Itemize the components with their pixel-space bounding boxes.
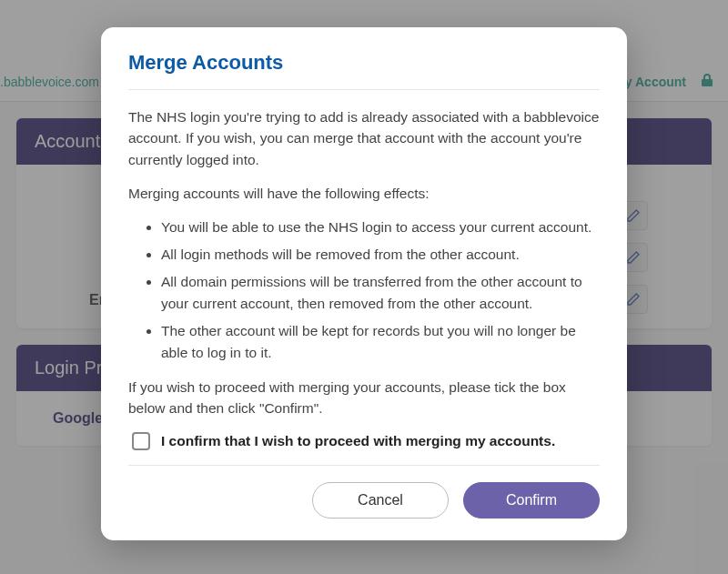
list-item: All login methods will be removed from t… [161, 244, 600, 266]
confirm-button[interactable]: Confirm [463, 482, 600, 519]
list-item: You will be able to use the NHS login to… [161, 217, 600, 238]
modal-intro-text: The NHS login you're trying to add is al… [128, 106, 600, 170]
list-item: The other account will be kept for recor… [161, 320, 600, 364]
confirm-checkbox-row: I confirm that I wish to proceed with me… [132, 432, 600, 450]
modal-title: Merge Accounts [128, 51, 600, 75]
confirm-checkbox-label[interactable]: I confirm that I wish to proceed with me… [161, 433, 555, 449]
confirm-checkbox[interactable] [132, 432, 150, 450]
cancel-button[interactable]: Cancel [312, 482, 449, 519]
modal-button-row: Cancel Confirm [128, 465, 600, 519]
merge-accounts-modal: Merge Accounts The NHS login you're tryi… [101, 27, 627, 540]
modal-effects-lead: Merging accounts will have the following… [128, 183, 600, 204]
modal-proceed-text: If you wish to proceed with merging your… [128, 377, 600, 419]
effects-list: You will be able to use the NHS login to… [128, 217, 600, 364]
divider [128, 89, 600, 90]
list-item: All domain permissions will be transferr… [161, 271, 600, 315]
